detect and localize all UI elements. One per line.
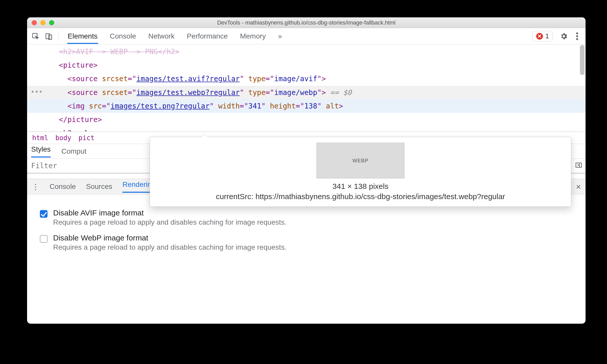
tab-network[interactable]: Network	[148, 29, 175, 44]
checkbox[interactable]	[40, 210, 48, 218]
option-disable-webp: Disable WebP image format Requires a pag…	[40, 234, 573, 251]
dom-line-hover[interactable]: <img src="images/test.png?regular" width…	[27, 99, 586, 113]
svg-point-4	[576, 35, 578, 37]
current-src: currentSrc: https://mathiasbynens.github…	[157, 192, 564, 201]
option-disable-avif: Disable AVIF image format Requires a pag…	[40, 209, 573, 226]
dom-line[interactable]: <h2>unknow	[27, 126, 586, 132]
thumbnail: WEBP	[317, 143, 404, 178]
tab-performance[interactable]: Performance	[186, 29, 228, 44]
drawer-tab-sources[interactable]: Sources	[86, 183, 112, 191]
titlebar: DevTools - mathiasbynens.github.io/css-d…	[27, 17, 586, 28]
error-count: 1	[545, 32, 549, 40]
svg-point-3	[576, 32, 578, 34]
option-desc: Requires a page reload to apply and disa…	[53, 243, 287, 251]
image-preview-tooltip: WEBP 341 × 138 pixels currentSrc: https:…	[150, 137, 571, 207]
image-dimensions: 341 × 138 pixels	[157, 182, 564, 191]
dom-line[interactable]: </picture>	[27, 113, 586, 126]
option-title: Disable WebP image format	[53, 234, 287, 242]
checkbox[interactable]	[40, 235, 48, 243]
main-toolbar: Elements Console Network Performance Mem…	[27, 28, 586, 44]
window-title: DevTools - mathiasbynens.github.io/css-d…	[27, 19, 586, 26]
tab-styles[interactable]: Styles	[31, 145, 51, 157]
gear-icon[interactable]	[558, 30, 570, 42]
tab-more[interactable]: »	[278, 29, 283, 44]
panel-tabs: Elements Console Network Performance Mem…	[67, 29, 283, 44]
tab-elements[interactable]: Elements	[67, 29, 98, 44]
tab-memory[interactable]: Memory	[239, 29, 266, 44]
crumb-item[interactable]: pict	[78, 134, 95, 142]
dom-line[interactable]: <h2>AVIF -> WEBP -> PNG</h2>	[27, 44, 586, 58]
dom-tree[interactable]: <h2>AVIF -> WEBP -> PNG</h2> <picture> <…	[27, 44, 586, 132]
devtools-window: DevTools - mathiasbynens.github.io/css-d…	[27, 17, 586, 324]
separator	[58, 31, 59, 41]
device-toggle-icon[interactable]	[43, 30, 55, 42]
dom-line-selected[interactable]: ••• <source srcset="images/test.webp?reg…	[27, 86, 586, 99]
svg-point-5	[576, 38, 578, 40]
error-icon	[536, 33, 543, 40]
crumb-item[interactable]: html	[32, 134, 48, 142]
dom-line[interactable]: <picture>	[27, 58, 586, 72]
error-badge[interactable]: 1	[532, 31, 553, 41]
dom-line[interactable]: <source srcset="images/test.avif?regular…	[27, 72, 586, 86]
svg-rect-1	[46, 34, 50, 39]
inspect-icon[interactable]	[30, 30, 41, 42]
option-title: Disable AVIF image format	[53, 209, 287, 217]
tab-computed[interactable]: Comput	[61, 147, 86, 155]
crumb-item[interactable]: body	[55, 134, 72, 142]
drawer-tab-console[interactable]: Console	[50, 183, 76, 191]
drawer-close-icon[interactable]: ×	[576, 182, 581, 192]
sidebar-toggle-icon[interactable]	[575, 162, 582, 170]
option-desc: Requires a page reload to apply and disa…	[53, 218, 287, 226]
tab-console[interactable]: Console	[109, 29, 137, 44]
drawer-kebab-icon[interactable]: ⋮	[32, 182, 39, 191]
kebab-icon[interactable]	[571, 30, 583, 42]
